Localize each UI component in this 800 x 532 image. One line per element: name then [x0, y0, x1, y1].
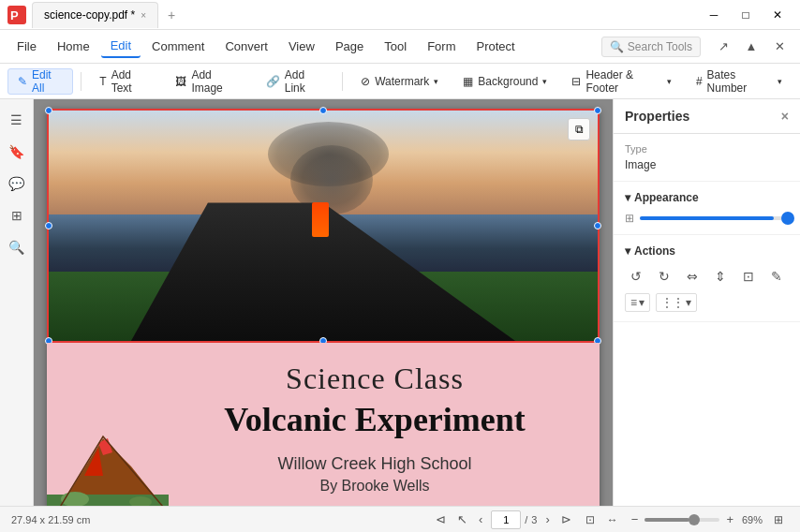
- tab-bar: science-copy.pdf * × +: [32, 2, 183, 28]
- add-text-label: Add Text: [111, 68, 152, 95]
- zoom-thumb[interactable]: [689, 514, 700, 525]
- fit-width-btn[interactable]: ↔: [602, 510, 623, 530]
- sidebar-item-thumbnails[interactable]: ⊞: [4, 202, 30, 229]
- header-icon: ⊟: [571, 75, 581, 88]
- menu-comment[interactable]: Comment: [142, 36, 214, 57]
- image-overlay-btn[interactable]: ⧉: [568, 118, 590, 140]
- pdf-image-section[interactable]: ⧉: [47, 109, 600, 343]
- handle-ml[interactable]: [45, 222, 52, 229]
- appearance-section: ▾ Appearance ⊞: [614, 182, 800, 235]
- menu-file[interactable]: File: [7, 36, 46, 57]
- sidebar-item-bookmarks[interactable]: 🔖: [4, 139, 30, 165]
- handle-tc[interactable]: [319, 107, 327, 114]
- close-btn[interactable]: ✕: [763, 0, 793, 30]
- search-icon: 🔍: [610, 40, 624, 53]
- action-icons-row1: ↺ ↻ ⇔ ⇕ ⊡ ✎: [625, 265, 789, 288]
- zoom-track[interactable]: [644, 518, 719, 522]
- sidebar-item-pages[interactable]: ☰: [4, 107, 30, 133]
- bates-number-btn[interactable]: # Bates Number ▾: [686, 68, 793, 95]
- menu-home[interactable]: Home: [48, 36, 99, 57]
- tab-science-copy[interactable]: science-copy.pdf * ×: [32, 2, 158, 28]
- slider-track[interactable]: [640, 216, 789, 220]
- page-separator: /: [525, 514, 527, 525]
- action-distribute-btn[interactable]: ⋮⋮ ▾: [656, 293, 697, 312]
- nav-back-btn[interactable]: ↗: [710, 34, 736, 60]
- action-crop-btn[interactable]: ⊡: [737, 265, 760, 288]
- handle-tl[interactable]: [45, 107, 52, 114]
- menu-view[interactable]: View: [279, 36, 324, 57]
- cursor-tool-btn[interactable]: ↖: [454, 512, 470, 526]
- page-input[interactable]: [491, 510, 521, 529]
- menu-page[interactable]: Page: [326, 36, 373, 57]
- action-align-btn[interactable]: ≡ ▾: [625, 293, 650, 312]
- nav-buttons: ↗ ▲ ✕: [710, 34, 793, 60]
- action-edit-btn[interactable]: ✎: [765, 265, 788, 288]
- fit-page-btn[interactable]: ⊡: [580, 510, 600, 530]
- last-page-btn[interactable]: ⊳: [558, 512, 574, 526]
- panel-close-btn[interactable]: ×: [781, 109, 789, 124]
- tab-close-btn[interactable]: ×: [141, 10, 146, 21]
- bates-icon: #: [696, 75, 703, 88]
- panel-header: Properties ×: [614, 99, 800, 134]
- new-tab-btn[interactable]: +: [160, 4, 183, 26]
- menu-convert[interactable]: Convert: [215, 36, 277, 57]
- toolbar-divider-2: [342, 72, 343, 91]
- zoom-in-btn[interactable]: +: [723, 512, 736, 526]
- add-text-btn[interactable]: T Add Text: [89, 68, 161, 95]
- add-image-btn[interactable]: 🖼 Add Image: [165, 68, 251, 95]
- handle-mr[interactable]: [594, 222, 601, 229]
- opacity-slider[interactable]: ⊞: [625, 212, 789, 225]
- menu-edit[interactable]: Edit: [101, 35, 141, 58]
- type-label: Type: [625, 143, 789, 155]
- slider-thumb[interactable]: [781, 212, 794, 225]
- pdf-area: ⧉: [34, 99, 613, 506]
- volcano-image: [49, 111, 598, 341]
- watermark-icon: ⊘: [361, 75, 370, 88]
- zoom-fill: [644, 518, 689, 522]
- action-rotate-right-btn[interactable]: ↻: [653, 265, 675, 288]
- dimensions-text: 27.94 x 21.59 cm: [11, 514, 90, 525]
- appearance-title[interactable]: ▾ Appearance: [625, 191, 789, 204]
- nav-forward-btn[interactable]: ▲: [738, 34, 764, 60]
- prev-page-btn[interactable]: ‹: [476, 512, 485, 526]
- action-flip-h-btn[interactable]: ⇔: [681, 265, 704, 288]
- nav-close-btn[interactable]: ✕: [766, 34, 793, 60]
- maximize-btn[interactable]: □: [731, 0, 761, 30]
- menu-tool[interactable]: Tool: [375, 36, 416, 57]
- add-link-btn[interactable]: 🔗 Add Link: [256, 68, 334, 95]
- background-btn[interactable]: ▦ Background ▾: [452, 68, 557, 95]
- next-page-btn[interactable]: ›: [542, 512, 552, 526]
- tab-title: science-copy.pdf *: [44, 8, 135, 22]
- actions-title[interactable]: ▾ Actions: [625, 244, 789, 258]
- watermark-btn[interactable]: ⊘ Watermark ▾: [350, 68, 449, 95]
- actions-section: ▾ Actions ↺ ↻ ⇔ ⇕ ⊡ ✎ ≡ ▾ ⋮⋮ ▾: [614, 235, 800, 322]
- action-rotate-left-btn[interactable]: ↺: [625, 265, 647, 288]
- slider-min-icon: ⊞: [625, 212, 634, 225]
- menu-form[interactable]: Form: [418, 36, 465, 57]
- sidebar-item-search[interactable]: 🔍: [4, 234, 30, 260]
- zoom-out-btn[interactable]: −: [629, 512, 642, 526]
- volcano-illustration-svg: [47, 363, 169, 506]
- minimize-btn[interactable]: ─: [699, 0, 729, 30]
- properties-panel: Properties × Type Image ▾ Appearance ⊞ ▾: [613, 99, 800, 506]
- bates-caret: ▾: [778, 77, 782, 86]
- actions-caret-icon: ▾: [625, 244, 630, 258]
- header-footer-btn[interactable]: ⊟ Header & Footer ▾: [561, 68, 681, 95]
- title-bar: P science-copy.pdf * × + ─ □ ✕: [0, 0, 800, 30]
- science-class-text: Science Class: [169, 362, 581, 396]
- menu-protect[interactable]: Protect: [467, 36, 524, 57]
- search-tools[interactable]: 🔍 Search Tools: [601, 37, 701, 57]
- header-footer-caret: ▾: [667, 77, 672, 86]
- handle-tr[interactable]: [594, 107, 601, 114]
- first-page-btn[interactable]: ⊲: [433, 512, 449, 526]
- fit-buttons: ⊡ ↔: [580, 510, 623, 530]
- edit-all-btn[interactable]: ✎ Edit All: [7, 68, 73, 95]
- align-caret: ▾: [639, 296, 644, 309]
- action-flip-v-btn[interactable]: ⇕: [709, 265, 732, 288]
- toolbar-divider-1: [81, 72, 81, 91]
- appearance-label: Appearance: [634, 191, 699, 204]
- main-layout: ☰ 🔖 💬 ⊞ 🔍 ⧉: [0, 99, 800, 506]
- sidebar-item-comments[interactable]: 💬: [4, 170, 30, 197]
- header-footer-label: Header & Footer: [585, 68, 661, 95]
- fullscreen-btn[interactable]: ⊞: [768, 510, 789, 530]
